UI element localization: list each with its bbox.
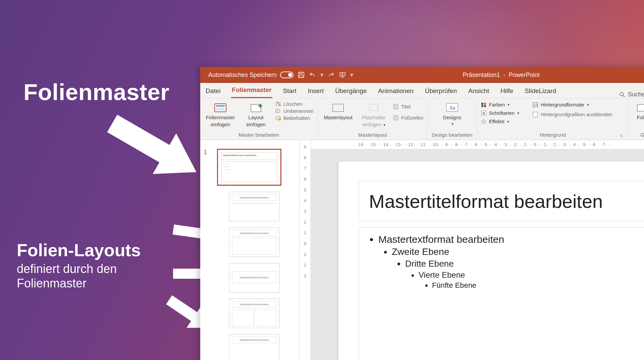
colors-menu[interactable]: Farben ▾ (481, 102, 520, 107)
effects-icon (481, 119, 487, 124)
undo-icon[interactable] (309, 71, 316, 79)
svg-rect-37 (481, 105, 483, 107)
group-background: Farben ▾ A Schriftarten ▾ Effekte ▾ Hint… (477, 100, 629, 140)
placeholder-icon (367, 102, 381, 113)
title-placeholder[interactable]: Mastertitelformat bearbeiten (359, 181, 644, 221)
fonts-menu[interactable]: A Schriftarten ▾ (481, 110, 520, 116)
group-label-design-edit: Design bearbeiten (432, 131, 473, 140)
svg-rect-32 (369, 104, 378, 111)
svg-text:Aa: Aa (449, 105, 455, 110)
svg-text:A: A (482, 111, 485, 115)
svg-line-16 (623, 95, 625, 97)
search-icon (619, 92, 625, 98)
master-thumbnail[interactable]: Mastertitelformat bearbeiten • —— • —— •… (217, 149, 281, 186)
rename-button[interactable]: Umbenennen (275, 108, 314, 114)
master-thumb-title: Mastertitelformat bearbeiten (221, 152, 277, 160)
svg-rect-4 (173, 269, 203, 279)
annotation-folienmaster: Folienmaster (23, 79, 169, 105)
master-layout-icon (331, 102, 345, 113)
svg-rect-43 (637, 104, 644, 111)
tab-start[interactable]: Start (282, 84, 297, 98)
title-bar: Automatisches Speichern ▾ ▾ Präsentation… (200, 67, 644, 83)
group-master-edit: Folienmaster einfügen Layout einfügen Lö… (200, 100, 318, 140)
svg-rect-2 (173, 225, 204, 239)
layout-thumb-title: Mastertitelformat bearbeiten (232, 194, 276, 201)
tab-transitions[interactable]: Übergänge (334, 84, 367, 98)
powerpoint-window: Automatisches Speichern ▾ ▾ Präsentation… (200, 67, 644, 360)
bullet-level-1: Mastertextformat bearbeiten (378, 234, 504, 245)
chevron-down-icon: ▾ (517, 111, 519, 116)
layout-thumbnail[interactable]: Mastertitelformat bearbeiten (229, 227, 279, 257)
delete-icon (275, 101, 281, 107)
background-styles-menu[interactable]: Hintergrundformate ▾ (533, 102, 612, 107)
rename-icon (275, 108, 281, 114)
layout-thumbnail[interactable]: Mastertitelformat bearbeiten (229, 192, 279, 221)
dialog-launcher-icon[interactable]: ↘ (619, 133, 623, 138)
master-layout-button[interactable]: Masterlayout (322, 101, 354, 120)
chevron-down-icon: ▾ (507, 119, 509, 124)
content-placeholder[interactable]: Mastertextformat bearbeiten Zweite Ebene… (359, 227, 644, 360)
svg-rect-25 (276, 109, 280, 113)
group-label-background: Hintergrund ↘ (481, 131, 625, 140)
tab-slidelizard[interactable]: SlideLizard (524, 84, 557, 98)
svg-rect-38 (484, 105, 486, 107)
svg-rect-36 (484, 103, 486, 105)
group-label-masterlayout: Masterlayout (322, 131, 423, 140)
search-box[interactable]: Suchen (619, 91, 644, 98)
tab-slide-master[interactable]: Folienmaster (231, 83, 272, 98)
tab-insert[interactable]: Insert (307, 84, 325, 98)
layout-thumbnail[interactable]: Mastertitelformat bearbeiten (229, 263, 279, 292)
background-styles-icon (533, 102, 539, 107)
svg-rect-10 (300, 75, 303, 78)
footer-checkbox[interactable]: Fußzeilen (393, 115, 423, 121)
svg-rect-19 (216, 108, 225, 111)
redo-icon[interactable] (327, 71, 335, 79)
insert-placeholder-button[interactable]: Platzhalter einfügen ▾ (358, 101, 390, 127)
svg-rect-0 (107, 115, 172, 164)
title-checkbox[interactable]: Titel (393, 104, 423, 109)
delete-layout-button[interactable]: Löschen (275, 101, 314, 107)
effects-menu[interactable]: Effekte ▾ (481, 119, 520, 124)
bullet-level-4: Vierte Ebene (419, 270, 465, 279)
bullet-level-2: Zweite Ebene (392, 246, 449, 257)
themes-button[interactable]: Aa Designs ▾ (436, 101, 468, 126)
tab-review[interactable]: Überprüfen (424, 84, 458, 98)
themes-icon: Aa (445, 102, 459, 113)
svg-rect-31 (334, 107, 342, 110)
svg-point-28 (279, 118, 281, 120)
colors-icon (481, 102, 487, 107)
layout-thumb-title: Mastertitelformat bearbeiten (232, 230, 276, 236)
svg-point-41 (482, 120, 486, 124)
svg-rect-35 (481, 103, 483, 105)
save-icon[interactable] (298, 71, 305, 79)
autosave-toggle-switch[interactable] (280, 72, 293, 78)
start-from-beginning-icon[interactable] (339, 71, 346, 79)
tab-help[interactable]: Hilfe (500, 84, 514, 98)
preserve-button[interactable]: Beibehalten (275, 115, 314, 121)
horizontal-ruler: · · ·16· · ·15· · ·14· · ·13· · ·12· · ·… (311, 140, 644, 149)
layout-thumbnail[interactable]: Mastertitelformat bearbeiten (229, 334, 279, 360)
master-slide-canvas[interactable]: Mastertitelformat bearbeiten Mastertextf… (338, 162, 644, 360)
insert-layout-icon (249, 102, 263, 113)
layout-thumbnail[interactable]: Mastertitelformat bearbeiten (229, 299, 279, 328)
insert-layout-button[interactable]: Layout einfügen (240, 101, 272, 127)
window-title: Präsentation1 - PowerPoint (357, 72, 644, 79)
slide-size-button[interactable]: Folie (633, 101, 644, 120)
annotation-layouts-sub: definiert durch den Folienmaster (17, 262, 141, 290)
group-master-layout: Masterlayout Platzhalter einfügen ▾ Tite… (318, 100, 428, 140)
insert-slide-master-button[interactable]: Folienmaster einfügen (204, 101, 236, 127)
ribbon-tabs: Datei Folienmaster Start Insert Übergäng… (200, 83, 644, 98)
slide-thumbnails-pane[interactable]: 1 Mastertitelformat bearbeiten • —— • ——… (200, 140, 300, 360)
layout-thumb-title: Mastertitelformat bearbeiten (232, 336, 276, 343)
undo-dropdown-icon[interactable]: ▾ (320, 71, 323, 79)
vertical-ruler: 9876543210123 (300, 140, 311, 360)
master-number: 1 (204, 149, 207, 156)
tab-file[interactable]: Datei (205, 84, 221, 98)
hide-bg-graphics-checkbox[interactable]: Hintergrundgrafiken ausblenden (533, 111, 612, 117)
tab-view[interactable]: Ansicht (468, 84, 490, 98)
slide-edit-area[interactable]: · · ·16· · ·15· · ·14· · ·13· · ·12· · ·… (311, 140, 644, 360)
svg-point-15 (620, 92, 623, 96)
tab-animations[interactable]: Animationen (377, 84, 414, 98)
autosave-toggle[interactable]: Automatisches Speichern (208, 72, 293, 79)
qat-customize-icon[interactable]: ▾ (350, 71, 353, 79)
